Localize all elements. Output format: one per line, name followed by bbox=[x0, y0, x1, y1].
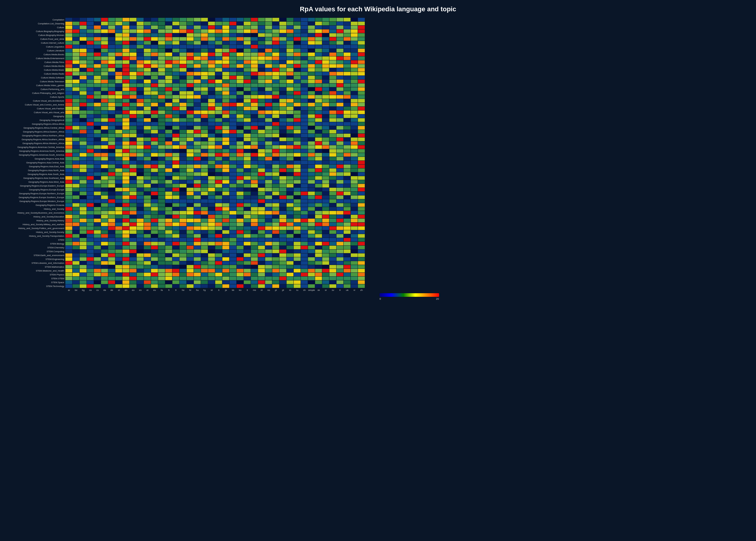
y-label: Geography.Regions.Asia.West_Asia bbox=[28, 180, 64, 184]
y-label: Geography.Regions.Europe.Europe bbox=[29, 188, 64, 192]
y-label: STEM.Engineering bbox=[45, 257, 64, 261]
x-label: simple bbox=[308, 289, 315, 291]
y-label: Culture.Media.Media bbox=[44, 64, 64, 68]
y-label: Geography.Regions.Americas.South_America bbox=[19, 153, 64, 157]
y-label: Culture.Media.Video_games bbox=[36, 84, 64, 87]
x-label: es bbox=[137, 289, 144, 291]
legend: 0 20 bbox=[65, 293, 753, 300]
legend-labels: 0 20 bbox=[380, 297, 439, 300]
y-label: Geography.Regions.Africa.Africa bbox=[32, 122, 64, 126]
y-label: STEM.STEM bbox=[51, 276, 64, 280]
legend-mid: 20 bbox=[436, 297, 439, 300]
y-label: Culture.Media.Music bbox=[44, 68, 64, 72]
x-label: eo bbox=[130, 289, 137, 291]
x-label: vi bbox=[351, 289, 358, 291]
y-label: Geography.Regions.Americas.Central_Ameri… bbox=[18, 145, 64, 149]
x-label: lt bbox=[244, 289, 251, 291]
x-label: fa bbox=[158, 289, 165, 291]
y-label: STEM.Technology bbox=[46, 284, 64, 288]
x-label: pl bbox=[272, 289, 279, 291]
y-label: Geography.Regions.Oceania bbox=[36, 203, 64, 207]
y-label: STEM.Libraries_and_Information bbox=[32, 261, 64, 265]
y-label: Culture.Visual_arts.Architecture bbox=[33, 99, 64, 103]
x-label: he bbox=[180, 289, 187, 291]
y-label: Geography.Regions.Africa.Northern_Africa bbox=[22, 134, 64, 138]
y-label: Culture.Media.Books bbox=[43, 53, 64, 56]
y-label: Geography bbox=[53, 114, 64, 118]
x-label: et bbox=[144, 289, 151, 291]
y-label: History_and_Society.Transportation bbox=[29, 234, 64, 238]
y-label: Geography.Regions.Asia.East_Asia bbox=[29, 165, 64, 169]
x-label: hy bbox=[201, 289, 208, 291]
x-label: uk bbox=[344, 289, 351, 291]
y-label: Culture.Media.Films bbox=[44, 60, 64, 64]
y-label: Geography.Regions.Asia.Asia bbox=[35, 157, 65, 161]
y-label: Culture bbox=[57, 26, 64, 29]
y-label: Culture.Internet_culture bbox=[41, 41, 64, 45]
y-axis: CompilationCompilation.List_DisambigCult… bbox=[3, 18, 65, 300]
y-label: Geography.Regions.Europe.Western_Europe bbox=[19, 199, 64, 203]
x-label: sk bbox=[315, 289, 322, 291]
legend-bar bbox=[380, 293, 439, 297]
x-label: nl bbox=[258, 289, 265, 291]
x-label: id bbox=[208, 289, 215, 291]
y-label: Geography.Geographical bbox=[40, 118, 64, 122]
y-label: STEM.Medicine_and_Health bbox=[36, 269, 64, 273]
y-label: Culture.Linguistics bbox=[46, 45, 64, 49]
x-label: en bbox=[122, 289, 130, 291]
y-label: STEM.Computing bbox=[47, 250, 64, 254]
y-label: Culture.Media.Entertainment bbox=[36, 56, 64, 60]
y-label: History_and_Society.Business_and_economi… bbox=[18, 211, 64, 215]
y-label: STEM.Biology bbox=[50, 242, 64, 246]
x-label: ja bbox=[222, 289, 230, 291]
x-label: be bbox=[73, 289, 80, 291]
x-label: ms bbox=[251, 289, 258, 291]
heatmap-canvas bbox=[65, 18, 365, 288]
y-label: STEM.Chemistry bbox=[47, 246, 64, 250]
y-label: STEM bbox=[58, 238, 64, 242]
y-label: Culture.Visual_arts.Visual_arts bbox=[34, 111, 64, 114]
y-label: Geography.Regions.Africa.Western_Africa bbox=[22, 142, 64, 145]
x-label: ca bbox=[87, 289, 94, 291]
x-label: fi bbox=[165, 289, 172, 291]
x-label: cs bbox=[94, 289, 101, 291]
heatmap-wrapper: arbebgcacsdadeeleneoeseteufafifrhehrhuhy… bbox=[65, 18, 753, 300]
y-label: Geography.Regions.Americas.North_America bbox=[19, 149, 64, 153]
x-label: bg bbox=[80, 289, 87, 291]
y-label: History_and_Society.Politics_and_governm… bbox=[18, 227, 64, 230]
y-label: Geography.Regions.Asia.Southeast_Asia bbox=[23, 176, 64, 180]
x-label: it bbox=[215, 289, 222, 291]
y-label: Culture.Biography.Women bbox=[38, 33, 64, 37]
y-label: Culture.Performing_arts bbox=[40, 87, 64, 91]
chart-title: RpA values for each Wikipedia language a… bbox=[3, 3, 753, 15]
y-label: Geography.Regions.Africa.Central_Africa bbox=[23, 126, 64, 130]
x-label: ru bbox=[294, 289, 301, 291]
y-label: Culture.Philosophy_and_religion bbox=[32, 91, 64, 95]
x-label: ar bbox=[65, 289, 73, 291]
y-label: STEM.Physics bbox=[50, 273, 64, 276]
x-label: tr bbox=[337, 289, 344, 291]
x-label: hr bbox=[187, 289, 194, 291]
x-label: de bbox=[108, 289, 115, 291]
y-label: Geography.Regions.Europe.Eastern_Europe bbox=[20, 184, 64, 188]
y-label: Geography.Regions.Europe.Northern_Europe bbox=[19, 192, 64, 196]
y-label: Culture.Biography.Biography bbox=[36, 29, 64, 33]
y-label: Geography.Regions.Asia.North_Asia bbox=[28, 169, 64, 172]
y-label: Culture.Literature bbox=[47, 49, 64, 53]
x-label: sh bbox=[301, 289, 308, 291]
y-label: STEM.Mathematics bbox=[45, 265, 64, 269]
y-label: Culture.Media.Radio bbox=[44, 72, 64, 76]
x-label: eu bbox=[151, 289, 158, 291]
x-label: sr bbox=[322, 289, 329, 291]
y-label: Culture.Visual_arts.Fashion bbox=[37, 107, 64, 111]
x-axis: arbebgcacsdadeeleneoeseteufafifrhehrhuhy… bbox=[65, 289, 753, 291]
y-label: Culture.Sports bbox=[50, 95, 64, 99]
y-label: Compilation bbox=[52, 18, 64, 22]
y-label: Geography.Regions.Asia.Central_Asia bbox=[26, 161, 64, 165]
y-label: Geography.Regions.Asia.South_Asia bbox=[28, 172, 64, 176]
x-label: ko bbox=[237, 289, 244, 291]
y-label: Geography.Regions.Europe.Southern_Europe bbox=[19, 196, 64, 199]
y-label: Geography.Regions.Africa.Southern_Africa bbox=[22, 138, 64, 142]
y-label: History_and_Society.Society bbox=[36, 230, 64, 234]
y-label: History_and_Society.Education bbox=[33, 215, 64, 219]
